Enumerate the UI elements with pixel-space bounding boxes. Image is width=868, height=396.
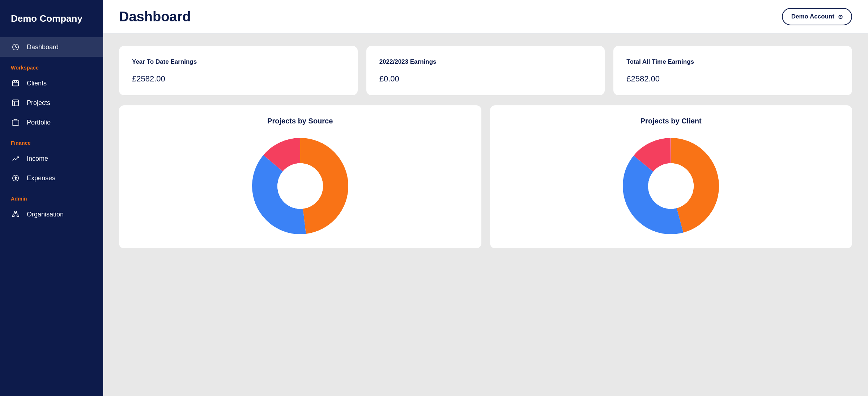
stats-row: Year To Date Earnings £2582.00 2022/2023… [119, 46, 852, 95]
sidebar-item-label: Income [27, 155, 48, 163]
stat-value-2223: £0.00 [379, 74, 592, 84]
svg-rect-1 [13, 81, 19, 86]
svg-rect-7 [17, 215, 19, 217]
sidebar-item-label: Expenses [27, 174, 55, 182]
sidebar-section-finance: Finance [0, 132, 103, 149]
stat-value-ytd: £2582.00 [132, 74, 345, 84]
donut-client-svg [620, 135, 722, 237]
stat-title-alltime: Total All Time Earnings [626, 58, 839, 66]
donut-source [250, 135, 351, 237]
svg-rect-6 [12, 215, 14, 217]
stat-card-ytd: Year To Date Earnings £2582.00 [119, 46, 358, 95]
projects-icon [11, 98, 20, 108]
sidebar-item-dashboard[interactable]: Dashboard [0, 37, 103, 57]
svg-rect-3 [12, 120, 19, 126]
organisation-icon [11, 210, 20, 219]
sidebar-logo: Demo Company [0, 0, 103, 37]
sidebar-item-label: Dashboard [27, 43, 59, 51]
page-title: Dashboard [119, 9, 191, 25]
sidebar-section-admin: Admin [0, 188, 103, 205]
sidebar-item-label: Projects [27, 99, 50, 107]
chart-title-client: Projects by Client [641, 117, 702, 125]
sidebar-item-portfolio[interactable]: Portfolio [0, 113, 103, 132]
donut-client [620, 135, 722, 237]
chart-card-client: Projects by Client [490, 105, 852, 248]
main-content: Dashboard Demo Account ⊙ Year To Date Ea… [103, 0, 868, 396]
topbar: Dashboard Demo Account ⊙ [103, 0, 868, 34]
sidebar-item-label: Portfolio [27, 119, 51, 126]
svg-rect-2 [13, 100, 19, 106]
charts-row: Projects by Source [119, 105, 852, 248]
stat-card-alltime: Total All Time Earnings £2582.00 [613, 46, 852, 95]
chart-title-source: Projects by Source [267, 117, 333, 125]
account-label: Demo Account [791, 13, 834, 20]
sidebar-section-workspace: Workspace [0, 57, 103, 73]
sidebar-item-clients[interactable]: Clients [0, 73, 103, 93]
income-icon [11, 154, 20, 163]
stat-value-alltime: £2582.00 [626, 74, 839, 84]
account-button[interactable]: Demo Account ⊙ [782, 8, 852, 25]
sidebar-item-label: Clients [27, 80, 47, 87]
sidebar-item-projects[interactable]: Projects [0, 93, 103, 113]
sidebar-item-organisation[interactable]: Organisation [0, 205, 103, 224]
content-area: Year To Date Earnings £2582.00 2022/2023… [103, 34, 868, 396]
stat-title-2223: 2022/2023 Earnings [379, 58, 592, 66]
sidebar-item-income[interactable]: Income [0, 149, 103, 168]
chart-card-source: Projects by Source [119, 105, 481, 248]
stat-title-ytd: Year To Date Earnings [132, 58, 345, 66]
donut-source-svg [250, 135, 351, 237]
sidebar-item-label: Organisation [27, 211, 64, 218]
chevron-down-icon: ⊙ [838, 13, 843, 20]
svg-rect-5 [14, 211, 17, 213]
dashboard-icon [11, 42, 20, 52]
donut-hole-client [648, 163, 694, 209]
donut-hole-source [277, 163, 323, 209]
stat-card-2223: 2022/2023 Earnings £0.00 [366, 46, 605, 95]
clients-icon [11, 79, 20, 88]
expenses-icon [11, 173, 20, 183]
portfolio-icon [11, 118, 20, 127]
sidebar: Demo Company Dashboard Workspace Clients… [0, 0, 103, 396]
sidebar-item-expenses[interactable]: Expenses [0, 168, 103, 188]
